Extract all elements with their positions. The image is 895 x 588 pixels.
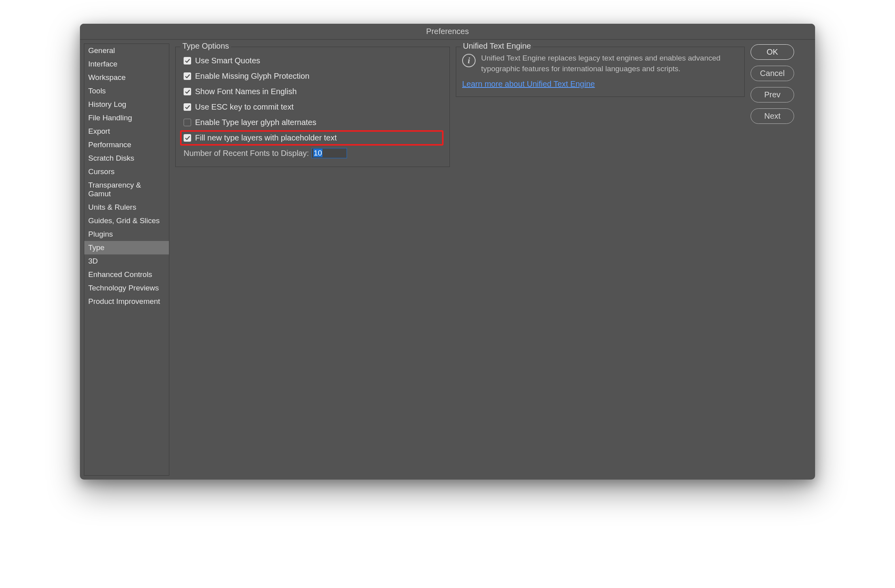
sidebar-item-product-improvement[interactable]: Product Improvement [84,295,169,308]
checkbox-2[interactable] [184,88,191,95]
preferences-dialog: Preferences GeneralInterfaceWorkspaceToo… [80,24,815,480]
checkbox-3[interactable] [184,103,191,111]
cancel-button[interactable]: Cancel [751,66,794,81]
checkbox-0[interactable] [184,57,191,64]
sidebar-item-history-log[interactable]: History Log [84,98,169,111]
checkbox-label-5: Fill new type layers with placeholder te… [195,133,337,142]
recent-fonts-label: Number of Recent Fonts to Display: [184,149,309,158]
sidebar-item-performance[interactable]: Performance [84,138,169,152]
checkbox-row-4: Enable Type layer glyph alternates [182,115,444,130]
sidebar-item-interface[interactable]: Interface [84,57,169,71]
checkbox-label-1: Enable Missing Glyph Protection [195,72,309,81]
next-button[interactable]: Next [751,108,794,124]
sidebar-item-3d[interactable]: 3D [84,254,169,268]
sidebar-item-export[interactable]: Export [84,125,169,138]
recent-fonts-input[interactable]: 10 [311,148,347,158]
sidebar-item-units-rulers[interactable]: Units & Rulers [84,201,169,214]
checkbox-row-3: Use ESC key to commit text [182,99,444,115]
sidebar-item-transparency-gamut[interactable]: Transparency & Gamut [84,178,169,201]
sidebar-item-plugins[interactable]: Plugins [84,228,169,241]
sidebar-item-tools[interactable]: Tools [84,84,169,98]
dialog-title: Preferences [80,24,815,40]
checkbox-1[interactable] [184,72,191,80]
checkbox-5[interactable] [184,134,191,142]
sidebar-item-workspace[interactable]: Workspace [84,71,169,84]
main-area: Type Options Use Smart QuotesEnable Miss… [169,40,815,480]
recent-fonts-row: Number of Recent Fonts to Display: 10 [182,146,444,161]
checkbox-row-1: Enable Missing Glyph Protection [182,68,444,84]
prev-button[interactable]: Prev [751,87,794,102]
checkbox-label-3: Use ESC key to commit text [195,102,294,112]
checkbox-label-0: Use Smart Quotes [195,56,260,65]
sidebar-item-general[interactable]: General [84,44,169,57]
checkbox-row-5: Fill new type layers with placeholder te… [180,130,444,146]
ok-button[interactable]: OK [751,44,794,60]
sidebar-item-enhanced-controls[interactable]: Enhanced Controls [84,268,169,281]
info-icon: i [462,54,476,67]
checkbox-label-2: Show Font Names in English [195,87,297,96]
sidebar-item-scratch-disks[interactable]: Scratch Disks [84,152,169,165]
sidebar-item-file-handling[interactable]: File Handling [84,111,169,125]
learn-more-link[interactable]: Learn more about Unified Text Engine [462,80,738,89]
checkbox-label-4: Enable Type layer glyph alternates [195,118,317,127]
checkbox-row-2: Show Font Names in English [182,84,444,99]
sidebar-item-type[interactable]: Type [84,241,169,254]
checkbox-row-0: Use Smart Quotes [182,53,444,68]
sidebar-item-technology-previews[interactable]: Technology Previews [84,281,169,295]
unified-text-engine-fieldset: Unified Text Engine i Unified Text Engin… [456,47,745,97]
dialog-buttons: OK Cancel Prev Next [751,44,794,476]
checkbox-4[interactable] [184,119,191,126]
sidebar-item-guides-grid-slices[interactable]: Guides, Grid & Slices [84,214,169,228]
preferences-sidebar: GeneralInterfaceWorkspaceToolsHistory Lo… [84,44,169,476]
dialog-content: GeneralInterfaceWorkspaceToolsHistory Lo… [80,40,815,480]
type-options-fieldset: Type Options Use Smart QuotesEnable Miss… [175,47,450,167]
type-options-legend: Type Options [180,42,231,51]
unified-legend: Unified Text Engine [461,42,533,51]
sidebar-item-cursors[interactable]: Cursors [84,165,169,178]
unified-description: Unified Text Engine replaces legacy text… [481,53,738,74]
